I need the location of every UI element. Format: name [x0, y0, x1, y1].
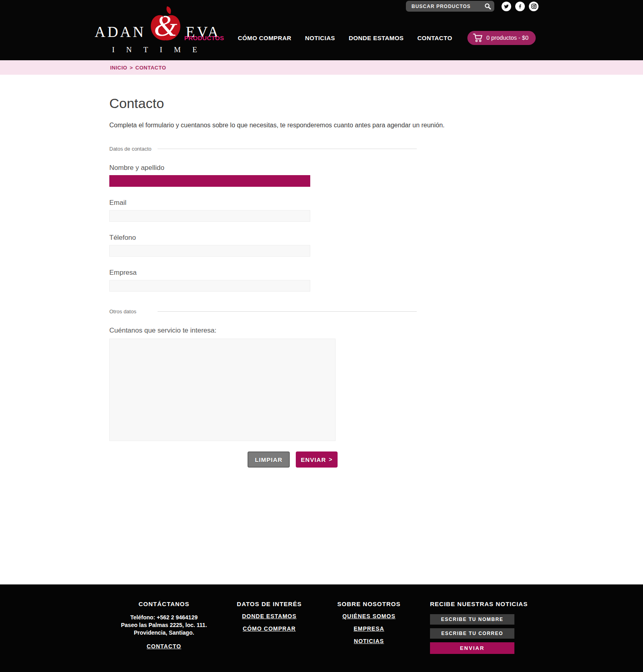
main-content: Contacto Completa el formulario y cuenta…	[0, 75, 643, 584]
svg-text:&: &	[154, 9, 177, 42]
logo-subtitle: INTIME	[100, 45, 215, 54]
twitter-icon[interactable]	[502, 2, 511, 11]
main-nav: PRODUCTOS CÓMO COMPRAR NOTICIAS DONDE ES…	[184, 30, 536, 46]
site-footer: CONTÁCTANOS Teléfono: +562 2 9464129 Pas…	[0, 584, 643, 672]
cart-icon	[473, 33, 483, 42]
logo-word-adan: ADAN	[94, 23, 145, 41]
footer-link-como-comprar[interactable]: CÓMO COMPRAR	[243, 625, 296, 632]
search-box	[406, 1, 494, 12]
breadcrumb: INICIO > CONTACTO	[0, 60, 643, 75]
footer-link-quienes-somos[interactable]: QUIÉNES SOMOS	[342, 613, 395, 619]
footer-contact-info: Teléfono: +562 2 9464129 Paseo las Palma…	[109, 614, 219, 637]
search-input[interactable]	[412, 4, 484, 9]
footer-link-empresa[interactable]: EMPRESA	[354, 625, 384, 632]
footer-link-contacto[interactable]: CONTACTO	[147, 643, 181, 650]
message-field[interactable]	[109, 339, 336, 441]
footer-interest-column: DATOS DE INTERÉS DONDE ESTAMOS CÓMO COMP…	[229, 601, 309, 672]
nav-item-productos[interactable]: PRODUCTOS	[184, 35, 224, 41]
search-icon	[484, 3, 491, 10]
cart-button[interactable]: 0 productos - $0	[467, 31, 536, 45]
message-label: Cuéntanos que servicio te interesa:	[109, 327, 417, 335]
breadcrumb-home[interactable]: INICIO	[110, 65, 127, 71]
apple-ampersand-icon: &	[146, 6, 185, 44]
instagram-icon[interactable]	[529, 2, 539, 11]
footer-contact-title: CONTÁCTANOS	[109, 601, 219, 607]
breadcrumb-current: CONTACTO	[135, 65, 166, 71]
footer-link-noticias[interactable]: NOTICIAS	[354, 638, 384, 644]
section-divider	[158, 311, 417, 312]
section-otros-datos: Otros datos	[109, 308, 417, 315]
search-button[interactable]	[484, 3, 491, 10]
footer-contact-column: CONTÁCTANOS Teléfono: +562 2 9464129 Pas…	[109, 601, 219, 672]
section-label: Datos de contacto	[109, 146, 158, 152]
header-topbar	[406, 1, 539, 12]
name-field[interactable]	[109, 175, 310, 187]
company-label: Empresa	[109, 269, 417, 277]
section-divider	[158, 149, 417, 149]
newsletter-email-input[interactable]	[430, 628, 514, 639]
send-button[interactable]: ENVIAR >	[296, 451, 338, 468]
footer-about-column: SOBRE NOSOTROS QUIÉNES SOMOS EMPRESA NOT…	[329, 601, 409, 672]
footer-interest-title: DATOS DE INTERÉS	[229, 601, 309, 607]
nav-item-contacto[interactable]: CONTACTO	[417, 35, 452, 41]
footer-address-1: Paseo las Palmas 2225, loc. 111.	[109, 621, 219, 629]
social-links	[502, 2, 539, 11]
footer-newsletter-column: RECIBE NUESTRAS NOTICIAS ENVIAR	[430, 601, 514, 672]
facebook-icon[interactable]	[515, 2, 525, 11]
newsletter-name-input[interactable]	[430, 614, 514, 625]
section-label: Otros datos	[109, 308, 158, 315]
send-button-label: ENVIAR	[301, 456, 326, 463]
footer-newsletter-title: RECIBE NUESTRAS NOTICIAS	[430, 601, 514, 607]
email-field[interactable]	[109, 210, 310, 222]
section-datos-contacto: Datos de contacto	[109, 146, 417, 152]
name-label: Nombre y apellido	[109, 164, 417, 172]
intro-text: Completa el formulario y cuentanos sobre…	[109, 122, 643, 129]
breadcrumb-separator: >	[130, 65, 133, 71]
form-actions: LIMPIAR ENVIAR >	[248, 451, 417, 468]
footer-about-title: SOBRE NOSOTROS	[329, 601, 409, 607]
cart-label: 0 productos - $0	[486, 35, 528, 41]
site-header: ADAN & EVA INTIME	[0, 0, 643, 60]
phone-label: Télefono	[109, 234, 417, 242]
nav-item-como-comprar[interactable]: CÓMO COMPRAR	[238, 35, 291, 41]
newsletter-send-button[interactable]: ENVIAR	[430, 642, 514, 654]
nav-item-donde-estamos[interactable]: DONDE ESTAMOS	[349, 35, 404, 41]
email-label: Email	[109, 199, 417, 207]
page-title: Contacto	[109, 96, 643, 111]
footer-phone: Teléfono: +562 2 9464129	[109, 614, 219, 621]
chevron-right-icon: >	[329, 456, 332, 463]
contact-form: Datos de contacto Nombre y apellido Emai…	[109, 146, 417, 468]
nav-item-noticias[interactable]: NOTICIAS	[305, 35, 335, 41]
footer-address-2: Providencia, Santiago.	[109, 629, 219, 637]
clear-button[interactable]: LIMPIAR	[248, 451, 290, 468]
company-field[interactable]	[109, 280, 310, 292]
footer-link-donde-estamos[interactable]: DONDE ESTAMOS	[242, 613, 297, 619]
phone-field[interactable]	[109, 245, 310, 257]
